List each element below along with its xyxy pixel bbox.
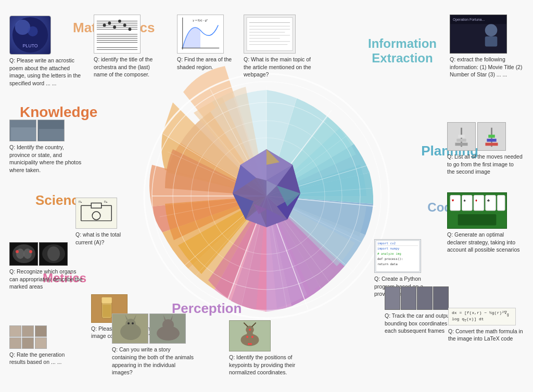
latex-formula-box: dx = [f(x,r) − ½g(r)²∇g log qT(x)] dt: [448, 308, 516, 325]
svg-point-160: [251, 336, 253, 338]
svg-rect-87: [39, 129, 64, 140]
annotation-towers-text: Q: List all of the moves needed to go fr…: [447, 153, 523, 176]
svg-rect-85: [11, 127, 36, 140]
annotation-article: Q: What is the main topic of the article…: [244, 15, 311, 79]
label-information-extraction: InformationExtraction: [368, 36, 437, 66]
annotation-movie-text: Q: extract the following information: (1…: [450, 56, 523, 79]
wheel-container: [131, 61, 402, 331]
svg-text:import numpy: import numpy: [377, 247, 400, 251]
svg-text:PLUTO: PLUTO: [22, 43, 37, 48]
svg-text:♦: ♦: [475, 198, 477, 203]
svg-text:import cv2: import cv2: [377, 242, 396, 246]
annotation-animals-story-text: Q: Can you write a story containing the …: [112, 346, 195, 376]
svg-point-61: [113, 25, 116, 29]
svg-point-44: [28, 26, 38, 36]
svg-rect-113: [497, 195, 505, 211]
annotation-shaded-area: y = f(x) - g² Q: Find the area of the sh…: [177, 15, 234, 71]
svg-text:# analyze img: # analyze img: [377, 252, 401, 256]
svg-point-159: [246, 336, 248, 338]
annotation-latex-text: Q: Convert the math formula in the image…: [448, 328, 524, 343]
svg-text:def process():: def process():: [377, 257, 403, 261]
svg-text:R₁: R₁: [79, 200, 82, 203]
svg-rect-120: [376, 241, 420, 272]
annotation-pluto: PLUTO Q: Please write an acrostic poem a…: [9, 16, 85, 87]
annotation-cards: ♥ ♠ ♦ ♣ Q: Generate an optimal declarer …: [447, 192, 523, 254]
svg-point-130: [23, 249, 32, 259]
annotation-orchestra: Q: identify the title of the orchestra a…: [94, 15, 161, 79]
annotation-circuit: R₁ R₂ Q: what is the total current (A)?: [75, 198, 133, 246]
label-knowledge: Knowledge: [20, 104, 97, 121]
svg-rect-107: [488, 135, 495, 138]
annotation-latex: dx = [f(x,r) − ½g(r)²∇g log qT(x)] dt Q:…: [448, 308, 524, 343]
svg-point-64: [129, 28, 132, 31]
svg-text:R₂: R₂: [104, 200, 108, 203]
main-container: Mathematics InformationExtraction Planni…: [0, 0, 533, 392]
annotation-organs: Q: Recognize which organs can appropriat…: [9, 242, 85, 291]
svg-text:♠: ♠: [463, 198, 465, 203]
annotation-towers: Q: List all of the moves needed to go fr…: [447, 122, 523, 176]
svg-rect-138: [101, 297, 111, 303]
annotation-cards-text: Q: Generate an optimal declarer strategy…: [447, 231, 523, 254]
svg-point-129: [16, 249, 24, 259]
svg-rect-101: [456, 139, 466, 142]
svg-point-59: [103, 23, 106, 27]
annotation-shaded-text: Q: Find the area of the shaded region.: [177, 56, 234, 71]
svg-rect-83: [485, 36, 498, 47]
svg-point-132: [29, 250, 32, 253]
svg-text:Operation Fortuna...: Operation Fortuna...: [453, 18, 485, 22]
svg-rect-100: [455, 143, 467, 146]
svg-point-135: [47, 246, 60, 261]
svg-text:y = f(x) - g²: y = f(x) - g²: [193, 19, 208, 22]
annotation-organs-text: Q: Recognize which organs can appropriat…: [9, 268, 85, 291]
svg-point-146: [132, 322, 134, 324]
svg-rect-105: [485, 143, 498, 146]
svg-point-63: [123, 23, 126, 27]
svg-point-149: [162, 319, 174, 331]
svg-point-162: [250, 343, 252, 345]
svg-point-82: [485, 24, 498, 36]
svg-rect-139: [103, 305, 111, 317]
annotation-keypoints-text: Q: Identify the positions of keypoints b…: [229, 354, 297, 376]
annotation-city-text: Q: Identify the country, province or sta…: [9, 143, 82, 174]
annotation-generation: Q: Rate the generation results based on …: [9, 325, 77, 366]
svg-point-161: [248, 343, 250, 345]
svg-rect-118: [458, 214, 497, 226]
svg-rect-106: [487, 139, 496, 142]
svg-text:♥: ♥: [452, 198, 454, 203]
svg-point-60: [108, 22, 111, 25]
annotation-movie: Operation Fortuna... Q: extract the foll…: [450, 15, 523, 79]
annotation-keypoints: Q: Identify the positions of keypoints b…: [229, 320, 297, 376]
svg-point-131: [16, 250, 19, 253]
svg-point-145: [128, 322, 130, 324]
annotation-article-text: Q: What is the main topic of the article…: [244, 56, 311, 79]
svg-point-62: [118, 20, 121, 23]
svg-text:return data: return data: [377, 263, 398, 266]
annotation-city: Q: Identify the country, province or sta…: [9, 120, 82, 174]
annotation-orchestra-text: Q: identify the title of the orchestra a…: [94, 56, 161, 79]
annotation-animals-story: Q: Can you write a story containing the …: [112, 313, 195, 376]
svg-point-142: [125, 319, 136, 329]
svg-text:♣: ♣: [487, 198, 490, 203]
annotation-pluto-text: Q: Please write an acrostic poem about t…: [9, 57, 85, 87]
svg-point-158: [249, 329, 251, 331]
annotation-generation-text: Q: Rate the generation results based on …: [9, 351, 77, 366]
svg-rect-88: [76, 198, 117, 229]
svg-rect-102: [458, 135, 465, 138]
